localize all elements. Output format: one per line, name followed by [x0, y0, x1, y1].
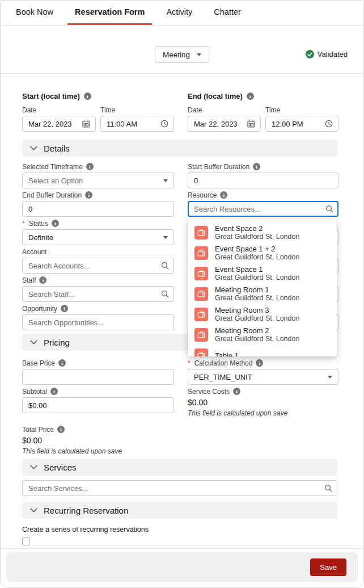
end-date-input[interactable]: Mar 22, 2023: [188, 116, 261, 132]
tab-activity[interactable]: Activity: [159, 1, 200, 25]
footer-bar: Save: [6, 552, 358, 582]
save-button[interactable]: Save: [310, 558, 346, 576]
info-icon[interactable]: i: [233, 388, 240, 395]
section-header-details[interactable]: Details: [22, 140, 337, 157]
search-icon: [324, 484, 332, 492]
tv-resource-icon: [194, 348, 208, 356]
form-footer: Save: [1, 548, 363, 587]
reservation-type-select[interactable]: Meeting: [155, 46, 209, 63]
tab-bar: Book Now Reservation Form Activity Chatt…: [1, 1, 363, 26]
staff-field: Staff i: [22, 276, 174, 302]
pricing-grid: Base Price i Calculation Method i PER_TI…: [22, 359, 337, 455]
resource-location: Great Guildford St, London: [215, 335, 299, 343]
caret-down-icon: [197, 53, 201, 56]
tab-reservation-form[interactable]: Reservation Form: [67, 1, 152, 25]
resource-name: Meeting Room 2: [215, 326, 299, 335]
recurring-checkbox-label: Create a series of recurring reservation…: [22, 526, 337, 534]
check-icon: [306, 50, 314, 58]
resource-name: Event Space 1 + 2: [215, 245, 299, 253]
calculation-method-select[interactable]: PER_TIME_UNIT: [188, 369, 338, 385]
base-price-label: Base Price i: [22, 359, 174, 367]
info-icon[interactable]: i: [61, 305, 68, 312]
info-icon[interactable]: i: [39, 276, 46, 284]
info-icon[interactable]: i: [220, 191, 227, 199]
resource-result-item[interactable]: Meeting Room 2Great Guildford St, London: [188, 325, 337, 345]
chevron-down-icon: [30, 146, 37, 150]
info-icon[interactable]: i: [247, 93, 254, 100]
recurring-checkbox[interactable]: [22, 537, 30, 545]
resource-name: Meeting Room 1: [215, 285, 299, 294]
toolbar: Meeting Validated: [1, 26, 363, 74]
start-time-input[interactable]: 11:00 AM: [100, 116, 174, 132]
empty-cell: [188, 419, 338, 446]
clock-icon[interactable]: [160, 120, 168, 128]
resource-location: Great Guildford St, London: [215, 253, 299, 262]
end-group-label: End (local time) i: [188, 92, 338, 100]
staff-search-input[interactable]: [22, 286, 174, 302]
opportunity-search-input[interactable]: [22, 314, 174, 330]
resource-results-dropdown: Event Space 2Great Guildford St, London …: [188, 219, 337, 356]
resource-location: Great Guildford St, London: [215, 274, 299, 282]
start-date-field: Date Mar 22, 2023: [22, 106, 96, 132]
total-price-field: Total Price i $0.00 This field is calcul…: [22, 425, 174, 455]
reservation-card: Book Now Reservation Form Activity Chatt…: [0, 0, 364, 588]
resource-result-item[interactable]: Meeting Room 1Great Guildford St, London: [188, 284, 337, 304]
start-time-value: 11:00 AM: [107, 120, 168, 128]
info-icon[interactable]: i: [57, 426, 65, 433]
start-date-input[interactable]: Mar 22, 2023: [22, 116, 96, 132]
opportunity-field: Opportunity i: [22, 304, 174, 330]
clock-icon[interactable]: [325, 120, 333, 128]
base-price-field: Base Price i: [22, 359, 174, 385]
status-label: Status i: [22, 219, 174, 228]
info-icon[interactable]: i: [52, 220, 59, 227]
calendar-icon[interactable]: [82, 120, 90, 128]
selected-timeframe-select[interactable]: Select an Option: [22, 173, 174, 188]
resource-name: Event Space 1: [215, 265, 299, 274]
resource-result-item[interactable]: Event Space 1Great Guildford St, London: [188, 263, 337, 284]
section-header-services[interactable]: Services: [22, 459, 337, 476]
subtotal-input[interactable]: [22, 397, 174, 413]
tv-resource-icon: [194, 246, 208, 260]
info-icon[interactable]: i: [50, 388, 58, 395]
subtotal-field: Subtotal i: [22, 387, 174, 413]
info-icon[interactable]: i: [85, 191, 92, 199]
tv-resource-icon: [194, 308, 208, 321]
resource-result-item[interactable]: Table 1: [188, 345, 337, 356]
end-time-input[interactable]: 12:00 PM: [265, 116, 338, 132]
calendar-icon[interactable]: [247, 120, 255, 128]
end-buffer-input[interactable]: [22, 201, 174, 217]
resource-result-item[interactable]: Event Space 1 + 2Great Guildford St, Lon…: [188, 243, 337, 263]
section-title: Pricing: [44, 338, 70, 347]
service-costs-label: Service Costs i: [188, 387, 338, 396]
end-time-value: 12:00 PM: [272, 120, 332, 128]
resource-location: Great Guildford St, London: [215, 294, 299, 303]
caret-down-icon: [163, 236, 168, 239]
services-search-input[interactable]: [22, 480, 337, 496]
account-search-input[interactable]: [22, 258, 174, 274]
info-icon[interactable]: i: [84, 93, 91, 100]
status-select[interactable]: Definite: [22, 229, 174, 245]
tab-book-now[interactable]: Book Now: [9, 1, 61, 25]
section-title: Services: [44, 463, 77, 472]
section-title: Details: [44, 144, 70, 153]
info-icon[interactable]: i: [58, 359, 66, 367]
info-icon[interactable]: i: [256, 359, 263, 367]
services-search-field: [22, 480, 337, 496]
validated-label: Validated: [318, 50, 348, 58]
start-buffer-input[interactable]: [188, 173, 338, 188]
resource-field: Resource i Event Space 2Great Guildford …: [188, 191, 338, 217]
base-price-input[interactable]: [22, 369, 174, 385]
tab-chatter[interactable]: Chatter: [206, 1, 248, 25]
search-icon: [325, 205, 333, 213]
info-icon[interactable]: i: [86, 163, 94, 170]
section-header-recurring[interactable]: Recurring Reservation: [22, 502, 337, 519]
info-icon[interactable]: i: [253, 163, 260, 170]
caret-down-icon: [328, 376, 332, 379]
resource-search-input[interactable]: [188, 201, 338, 217]
start-group-label: Start (local time) i: [22, 92, 174, 100]
resource-result-item[interactable]: Event Space 2Great Guildford St, London: [188, 222, 337, 243]
resource-result-item[interactable]: Meeting Room 3Great Guildford St, London: [188, 304, 337, 325]
service-costs-note: This field is calculated upon save: [188, 409, 338, 417]
end-time-label: Time: [265, 106, 338, 114]
end-date-value: Mar 22, 2023: [194, 120, 255, 128]
